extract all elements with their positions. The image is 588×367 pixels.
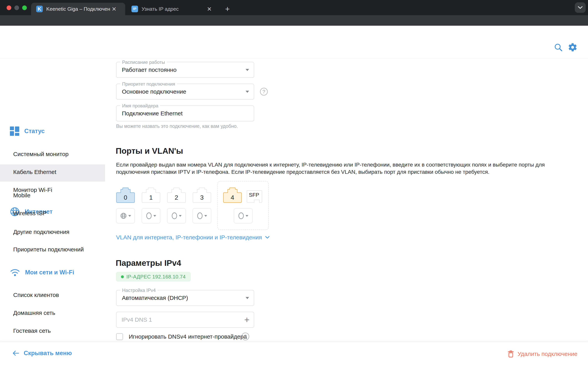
chevron-down-icon (265, 236, 270, 239)
field-value: Основное подключение (122, 88, 186, 95)
port-label: 0 (116, 193, 135, 202)
tab-ip-address[interactable]: IP Узнать IP адрес ✕ (126, 3, 221, 15)
schedule-select[interactable]: Расписание работы Работает постоянно (116, 62, 254, 78)
chevron-down-icon (246, 69, 249, 71)
sidebar-section-status[interactable]: Статус (10, 126, 45, 136)
sidebar-item-guest-network[interactable]: Гостевая сеть (13, 326, 51, 336)
provider-name-field[interactable]: Имя провайдера Подключение Ethernet (116, 106, 254, 121)
field-value: Подключение Ethernet (122, 110, 183, 117)
trash-icon (507, 350, 514, 358)
empty-role-icon (238, 212, 244, 219)
app-header: KEENETIC GIGA (0, 26, 588, 58)
dns-input[interactable] (121, 312, 238, 327)
window-minimize-button[interactable] (14, 5, 19, 10)
port-label: SFP (245, 190, 264, 200)
vlan-expand-link[interactable]: VLAN для интернета, IP-телефонии и IP-те… (116, 234, 270, 241)
sidebar-item-connection-priorities[interactable]: Приоритеты подключений (13, 244, 84, 255)
sidebar-section-label: Мои сети и Wi-Fi (25, 269, 74, 276)
close-tab-icon[interactable]: ✕ (207, 6, 212, 12)
window-zoom-button[interactable] (22, 5, 27, 10)
collapse-menu-label: Скрывать меню (24, 350, 72, 357)
add-dns-icon[interactable]: + (244, 315, 250, 325)
dashboard-icon (10, 126, 19, 136)
ignore-dns-label: Игнорировать DNSv4 интернет-провайдера (129, 332, 247, 342)
sidebar-section-label: Статус (24, 128, 45, 135)
field-label: Настройка IPv4 (120, 288, 158, 293)
port-sfp[interactable]: SFP (245, 187, 264, 203)
delete-connection-button[interactable]: Удалить подключение (507, 350, 578, 358)
port-label: 3 (193, 193, 211, 202)
ignore-dns-checkbox[interactable] (116, 333, 123, 340)
main-content: Расписание работы Работает постоянно При… (106, 58, 588, 342)
wifi-icon (10, 268, 20, 277)
footer-bar: Скрывать меню Удалить подключение (0, 342, 588, 367)
chevron-down-icon (246, 215, 248, 217)
sidebar-item-home-network[interactable]: Домашняя сеть (13, 308, 55, 318)
ipv4-config-select[interactable]: Настройка IPv4 Автоматическая (DHCP) (116, 290, 254, 306)
sidebar-item-ethernet-cable[interactable]: Кабель Ethernet (13, 167, 56, 177)
keenetic-favicon: K (36, 6, 43, 12)
port-3[interactable]: 3 (193, 187, 211, 203)
priority-select[interactable]: Приоритет подключения Основное подключен… (116, 84, 254, 100)
port-label: 4 (223, 193, 242, 202)
sidebar: Статус Системный монитор Монитор трафика… (0, 58, 106, 342)
chevron-down-icon (153, 215, 156, 217)
gear-icon[interactable] (568, 42, 578, 52)
sidebar-section-my-networks[interactable]: Мои сети и Wi-Fi (10, 267, 74, 277)
empty-role-icon (197, 212, 203, 219)
field-value: Работает постоянно (122, 67, 177, 73)
ports-section-title: Порты и VLAN'ы (116, 146, 183, 156)
chevron-down-icon (128, 215, 131, 217)
ip-address-text: IP-АДРЕС 192.168.10.74 (126, 274, 186, 280)
sidebar-item-mobile[interactable]: Mobile (13, 190, 30, 200)
ip-address-badge: IP-АДРЕС 192.168.10.74 (116, 272, 191, 281)
port-0[interactable]: 0 (116, 187, 135, 203)
port-2-role-select[interactable] (167, 208, 186, 223)
empty-role-icon (171, 212, 177, 219)
vlan-link-label: VLAN для интернета, IP-телефонии и IP-те… (116, 234, 262, 241)
sidebar-item-other-connections[interactable]: Другие подключения (13, 227, 69, 237)
tab-title: Узнать IP адрес (142, 6, 206, 12)
port-label: 2 (167, 193, 186, 202)
search-icon[interactable] (554, 43, 563, 52)
arrow-left-icon (12, 350, 20, 357)
field-label: Расписание работы (120, 59, 167, 65)
provider-helper-text: Вы можете назвать это подключение, как в… (116, 123, 238, 129)
chevron-down-icon (578, 6, 583, 9)
sidebar-item-system-monitor[interactable]: Системный монитор (13, 149, 69, 159)
chevron-down-icon (246, 91, 249, 93)
tab-search-button[interactable] (575, 2, 586, 13)
field-value: Автоматическая (DHCP) (122, 295, 188, 301)
collapse-menu-button[interactable]: Скрывать меню (12, 350, 72, 357)
sfp-group-role-select[interactable] (234, 208, 253, 223)
dns-field[interactable]: + (116, 312, 254, 328)
ignore-dns-help-icon[interactable]: ? (242, 333, 249, 340)
ports-description: Если провайдер выдал вам номера VLAN для… (116, 161, 553, 175)
ipv4-section-title: Параметры IPv4 (116, 259, 181, 268)
tab-keenetic[interactable]: K Keenetic Giga – Подключени ✕ (31, 3, 125, 15)
field-label: Имя провайдера (120, 103, 160, 108)
new-tab-button[interactable]: + (225, 6, 230, 12)
tab-title: Keenetic Giga – Подключени (46, 6, 110, 12)
close-tab-icon[interactable]: ✕ (112, 6, 116, 12)
window-close-button[interactable] (7, 5, 11, 10)
port-1-role-select[interactable] (142, 208, 161, 223)
browser-tab-bar: K Keenetic Giga – Подключени ✕ IP Узнать… (0, 0, 588, 15)
browser-toolbar: Not Secure 192.168.1.1/wired/GigabitEthe… (0, 15, 588, 26)
chevron-down-icon (179, 215, 182, 217)
port-4[interactable]: 4 (223, 187, 242, 203)
port-0-role-select[interactable] (116, 208, 135, 223)
port-1[interactable]: 1 (142, 187, 161, 203)
sidebar-item-client-list[interactable]: Список клиентов (13, 290, 59, 300)
empty-role-icon (146, 212, 152, 219)
status-dot (121, 275, 124, 278)
delete-connection-label: Удалить подключение (518, 351, 578, 357)
chevron-down-icon (246, 297, 249, 299)
chevron-down-icon (204, 215, 207, 217)
sidebar-item-wireless-isp[interactable]: Wireless ISP (13, 208, 47, 218)
field-label: Приоритет подключения (120, 81, 177, 87)
priority-help-icon[interactable]: ? (260, 88, 268, 96)
ip-favicon: IP (131, 6, 138, 12)
port-2[interactable]: 2 (167, 187, 186, 203)
port-3-role-select[interactable] (193, 208, 211, 223)
